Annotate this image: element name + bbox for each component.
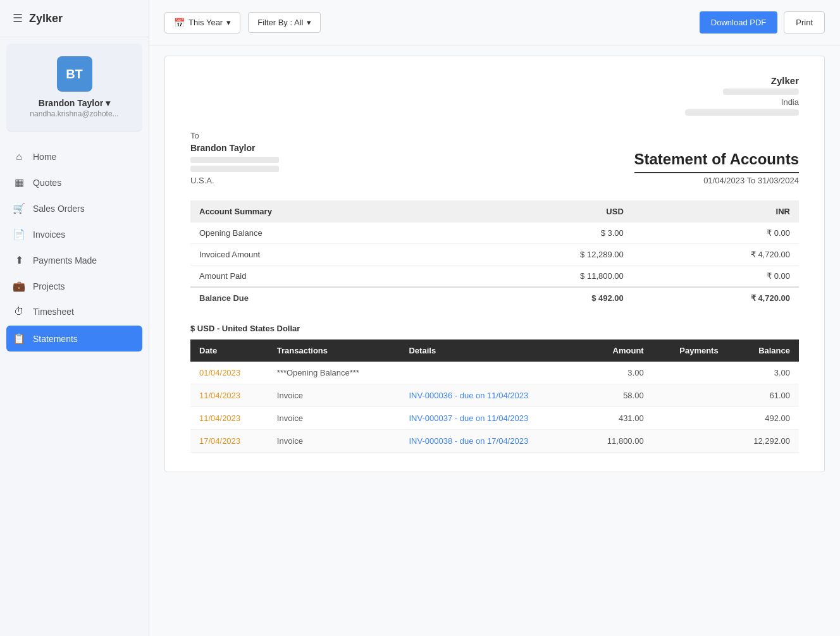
sidebar-item-sales-orders[interactable]: 🛒 Sales Orders xyxy=(0,195,149,221)
trans-col-transactions: Transactions xyxy=(268,339,400,362)
table-row: Invoiced Amount $ 12,289.00 ₹ 4,720.00 xyxy=(190,244,799,266)
trans-balance: 3.00 xyxy=(727,362,799,384)
trans-transaction: ***Opening Balance*** xyxy=(268,362,400,384)
trans-amount: 58.00 xyxy=(581,384,652,407)
calendar-icon: 📅 xyxy=(174,18,185,28)
sidebar-item-label: Sales Orders xyxy=(33,204,85,214)
profile-name[interactable]: Brandon Taylor ▾ xyxy=(39,98,110,108)
main-content: 📅 This Year ▾ Filter By : All ▾ Download… xyxy=(149,0,840,636)
quotes-icon: ▦ xyxy=(13,176,25,188)
sidebar-item-quotes[interactable]: ▦ Quotes xyxy=(0,169,149,195)
hamburger-icon[interactable]: ☰ xyxy=(13,11,23,25)
summary-col-header-usd: USD xyxy=(454,200,633,223)
statement-title-section: Statement of Accounts 01/04/2023 To 31/0… xyxy=(634,150,799,185)
sidebar-item-home[interactable]: ⌂ Home xyxy=(0,144,149,169)
summary-row-label: Amount Paid xyxy=(190,266,454,288)
statement-title: Statement of Accounts xyxy=(634,150,799,168)
toolbar: 📅 This Year ▾ Filter By : All ▾ Download… xyxy=(149,0,840,46)
profile-section: BT Brandon Taylor ▾ nandha.krishna@zohot… xyxy=(6,44,142,131)
doc-body: To Brandon Taylor U.S.A. Statement of Ac… xyxy=(190,131,799,185)
home-icon: ⌂ xyxy=(13,151,25,162)
statements-icon: 📋 xyxy=(13,333,25,345)
trans-col-date: Date xyxy=(190,339,268,362)
summary-row-label: Invoiced Amount xyxy=(190,244,454,266)
trans-date: 01/04/2023 xyxy=(190,362,268,384)
statement-divider xyxy=(634,172,799,173)
sidebar-item-payments-made[interactable]: ⬆ Payments Made xyxy=(0,247,149,273)
company-country: India xyxy=(685,97,799,107)
company-name: Zylker xyxy=(685,75,799,86)
balance-due-usd: $ 492.00 xyxy=(454,287,633,309)
summary-col-header-label: Account Summary xyxy=(190,200,454,223)
to-country: U.S.A. xyxy=(190,176,279,185)
trans-balance: 61.00 xyxy=(727,384,799,407)
to-section: To Brandon Taylor U.S.A. xyxy=(190,131,279,185)
trans-details: INV-000036 - due on 11/04/2023 xyxy=(400,384,581,407)
timesheet-icon: ⏱ xyxy=(13,306,25,317)
table-row: 17/04/2023 Invoice INV-000038 - due on 1… xyxy=(190,430,799,453)
summary-row-inr: ₹ 0.00 xyxy=(633,266,799,288)
download-pdf-button[interactable]: Download PDF xyxy=(700,11,777,34)
summary-row-inr: ₹ 0.00 xyxy=(633,223,799,244)
print-button[interactable]: Print xyxy=(784,11,825,34)
statement-date: 01/04/2023 To 31/03/2024 xyxy=(634,176,799,185)
summary-col-header-inr: INR xyxy=(633,200,799,223)
avatar: BT xyxy=(57,56,92,92)
trans-date: 11/04/2023 xyxy=(190,407,268,430)
sidebar: ☰ Zylker BT Brandon Taylor ▾ nandha.kris… xyxy=(0,0,149,636)
to-address-blur-1 xyxy=(190,157,279,163)
balance-due-label: Balance Due xyxy=(190,287,454,309)
summary-row-usd: $ 3.00 xyxy=(454,223,633,244)
to-name: Brandon Taylor xyxy=(190,143,279,153)
trans-transaction: Invoice xyxy=(268,407,400,430)
nav-menu: ⌂ Home ▦ Quotes 🛒 Sales Orders 📄 Invoice… xyxy=(0,138,149,636)
company-address-blur-1 xyxy=(723,89,799,95)
profile-email: nandha.krishna@zohote... xyxy=(30,109,118,118)
trans-payments xyxy=(653,407,727,430)
sidebar-item-label: Home xyxy=(33,152,56,162)
table-row: Opening Balance $ 3.00 ₹ 0.00 xyxy=(190,223,799,244)
sidebar-item-invoices[interactable]: 📄 Invoices xyxy=(0,221,149,247)
trans-payments xyxy=(653,384,727,407)
sidebar-item-timesheet[interactable]: ⏱ Timesheet xyxy=(0,299,149,324)
company-address-blur-2 xyxy=(685,109,799,116)
balance-due-inr: ₹ 4,720.00 xyxy=(633,287,799,309)
sidebar-item-projects[interactable]: 💼 Projects xyxy=(0,273,149,299)
trans-payments xyxy=(653,362,727,384)
projects-icon: 💼 xyxy=(13,280,25,292)
date-filter-button[interactable]: 📅 This Year ▾ xyxy=(164,12,240,34)
trans-amount: 11,800.00 xyxy=(581,430,652,453)
trans-col-payments: Payments xyxy=(653,339,727,362)
filter-by-button[interactable]: Filter By : All ▾ xyxy=(248,12,321,33)
trans-amount: 3.00 xyxy=(581,362,652,384)
trans-transaction: Invoice xyxy=(268,384,400,407)
summary-row-inr: ₹ 4,720.00 xyxy=(633,244,799,266)
sidebar-item-label: Payments Made xyxy=(33,255,97,266)
trans-date: 11/04/2023 xyxy=(190,384,268,407)
trans-details: INV-000037 - due on 11/04/2023 xyxy=(400,407,581,430)
sidebar-item-label: Statements xyxy=(33,334,78,344)
company-info: Zylker India xyxy=(685,75,799,118)
sidebar-item-label: Quotes xyxy=(33,178,61,188)
trans-details: INV-000038 - due on 17/04/2023 xyxy=(400,430,581,453)
currency-label: $ USD - United States Dollar xyxy=(190,324,799,333)
document-area: Zylker India To Brandon Taylor U.S.A. St… xyxy=(164,56,825,472)
trans-amount: 431.00 xyxy=(581,407,652,430)
to-address-blur-2 xyxy=(190,166,279,172)
sidebar-item-label: Invoices xyxy=(33,229,65,240)
table-row: 11/04/2023 Invoice INV-000036 - due on 1… xyxy=(190,384,799,407)
transactions-table: Date Transactions Details Amount Payment… xyxy=(190,339,799,453)
sidebar-item-label: Projects xyxy=(33,281,65,291)
account-summary-table: Account Summary USD INR Opening Balance … xyxy=(190,200,799,309)
chevron-down-icon: ▾ xyxy=(226,18,231,27)
toolbar-right: Download PDF Print xyxy=(700,11,825,34)
table-row: Amount Paid $ 11,800.00 ₹ 0.00 xyxy=(190,266,799,288)
to-label: To xyxy=(190,131,279,140)
date-filter-label: This Year xyxy=(188,18,223,27)
table-row: 11/04/2023 Invoice INV-000037 - due on 1… xyxy=(190,407,799,430)
sidebar-item-label: Timesheet xyxy=(33,307,74,317)
trans-details xyxy=(400,362,581,384)
trans-transaction: Invoice xyxy=(268,430,400,453)
doc-header: Zylker India xyxy=(190,75,799,118)
sidebar-item-statements[interactable]: 📋 Statements xyxy=(6,326,142,352)
